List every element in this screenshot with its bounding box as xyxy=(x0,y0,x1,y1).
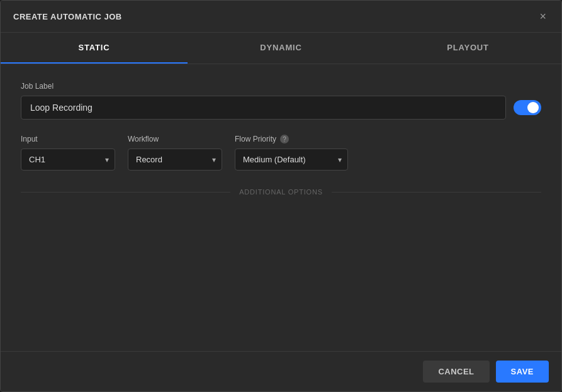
additional-options-line-right xyxy=(332,192,541,193)
dialog-footer: CANCEL SAVE xyxy=(1,351,561,391)
tab-playout[interactable]: PLAYOUT xyxy=(374,33,561,64)
tab-static[interactable]: STATIC xyxy=(1,33,188,64)
flow-priority-group: Flow Priority ? Low Medium (Default) Hig… xyxy=(235,135,348,171)
additional-options: ADDITIONAL OPTIONS xyxy=(21,188,541,196)
save-button[interactable]: SAVE xyxy=(496,361,549,383)
workflow-select[interactable]: Record Transcode Archive xyxy=(128,148,222,171)
input-label: Input xyxy=(21,135,115,143)
input-select[interactable]: CH1 CH2 CH3 xyxy=(21,148,115,171)
close-button[interactable]: × xyxy=(537,9,549,23)
tab-dynamic[interactable]: DYNAMIC xyxy=(188,33,374,64)
toggle-slider xyxy=(514,100,541,115)
additional-options-line-left xyxy=(21,192,230,193)
workflow-label: Workflow xyxy=(128,135,222,143)
flow-priority-select-wrapper: Low Medium (Default) High ▾ xyxy=(235,148,348,171)
dialog-title: CREATE AUTOMATIC JOB xyxy=(13,12,122,21)
flow-priority-label: Flow Priority ? xyxy=(235,135,348,143)
dialog-header: CREATE AUTOMATIC JOB × xyxy=(1,1,561,33)
input-select-wrapper: CH1 CH2 CH3 ▾ xyxy=(21,148,115,171)
create-automatic-job-dialog: CREATE AUTOMATIC JOB × STATIC DYNAMIC PL… xyxy=(0,0,562,392)
job-label-input[interactable] xyxy=(21,96,506,120)
additional-options-label: ADDITIONAL OPTIONS xyxy=(230,188,332,196)
tab-bar: STATIC DYNAMIC PLAYOUT xyxy=(1,33,561,64)
job-label-row xyxy=(21,96,541,120)
job-label-text: Job Label xyxy=(21,82,541,91)
flow-priority-help-icon[interactable]: ? xyxy=(280,135,289,143)
selects-row: Input CH1 CH2 CH3 ▾ Workflow xyxy=(21,135,541,171)
workflow-select-wrapper: Record Transcode Archive ▾ xyxy=(128,148,222,171)
input-group: Input CH1 CH2 CH3 ▾ xyxy=(21,135,115,171)
job-label-toggle[interactable] xyxy=(514,100,541,115)
cancel-button[interactable]: CANCEL xyxy=(423,361,489,383)
dialog-body: Job Label Input CH1 CH2 CH3 xyxy=(1,64,561,351)
flow-priority-select[interactable]: Low Medium (Default) High xyxy=(235,148,348,171)
workflow-group: Workflow Record Transcode Archive ▾ xyxy=(128,135,222,171)
